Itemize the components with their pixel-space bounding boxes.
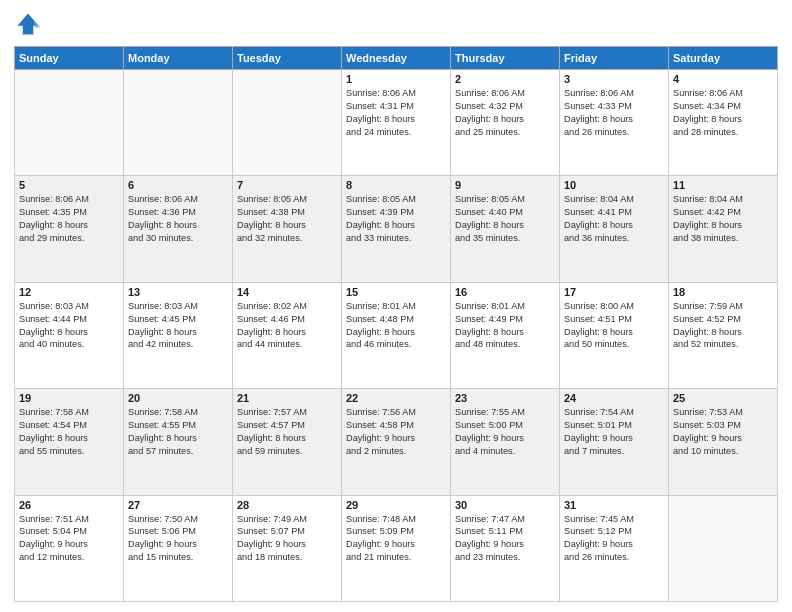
calendar-week-row: 5Sunrise: 8:06 AM Sunset: 4:35 PM Daylig… [15, 176, 778, 282]
day-number: 7 [237, 179, 337, 191]
calendar-cell: 19Sunrise: 7:58 AM Sunset: 4:54 PM Dayli… [15, 389, 124, 495]
calendar-cell: 5Sunrise: 8:06 AM Sunset: 4:35 PM Daylig… [15, 176, 124, 282]
calendar-cell: 18Sunrise: 7:59 AM Sunset: 4:52 PM Dayli… [669, 282, 778, 388]
day-number: 18 [673, 286, 773, 298]
day-info: Sunrise: 8:05 AM Sunset: 4:38 PM Dayligh… [237, 193, 337, 245]
logo-icon [14, 10, 42, 38]
calendar-header-row: SundayMondayTuesdayWednesdayThursdayFrid… [15, 47, 778, 70]
calendar-cell: 27Sunrise: 7:50 AM Sunset: 5:06 PM Dayli… [124, 495, 233, 601]
day-number: 20 [128, 392, 228, 404]
day-info: Sunrise: 8:06 AM Sunset: 4:33 PM Dayligh… [564, 87, 664, 139]
calendar-cell: 16Sunrise: 8:01 AM Sunset: 4:49 PM Dayli… [451, 282, 560, 388]
day-info: Sunrise: 7:48 AM Sunset: 5:09 PM Dayligh… [346, 513, 446, 565]
calendar-cell [124, 70, 233, 176]
day-number: 8 [346, 179, 446, 191]
calendar-cell: 4Sunrise: 8:06 AM Sunset: 4:34 PM Daylig… [669, 70, 778, 176]
day-info: Sunrise: 7:45 AM Sunset: 5:12 PM Dayligh… [564, 513, 664, 565]
day-info: Sunrise: 8:06 AM Sunset: 4:35 PM Dayligh… [19, 193, 119, 245]
day-number: 4 [673, 73, 773, 85]
calendar-cell: 10Sunrise: 8:04 AM Sunset: 4:41 PM Dayli… [560, 176, 669, 282]
day-info: Sunrise: 7:53 AM Sunset: 5:03 PM Dayligh… [673, 406, 773, 458]
day-info: Sunrise: 8:03 AM Sunset: 4:45 PM Dayligh… [128, 300, 228, 352]
day-info: Sunrise: 7:58 AM Sunset: 4:55 PM Dayligh… [128, 406, 228, 458]
calendar-cell: 13Sunrise: 8:03 AM Sunset: 4:45 PM Dayli… [124, 282, 233, 388]
calendar-cell: 29Sunrise: 7:48 AM Sunset: 5:09 PM Dayli… [342, 495, 451, 601]
day-info: Sunrise: 8:04 AM Sunset: 4:42 PM Dayligh… [673, 193, 773, 245]
day-info: Sunrise: 7:47 AM Sunset: 5:11 PM Dayligh… [455, 513, 555, 565]
day-info: Sunrise: 7:55 AM Sunset: 5:00 PM Dayligh… [455, 406, 555, 458]
day-number: 21 [237, 392, 337, 404]
day-number: 2 [455, 73, 555, 85]
weekday-header: Tuesday [233, 47, 342, 70]
day-number: 13 [128, 286, 228, 298]
day-number: 30 [455, 499, 555, 511]
calendar-cell: 2Sunrise: 8:06 AM Sunset: 4:32 PM Daylig… [451, 70, 560, 176]
day-number: 14 [237, 286, 337, 298]
day-info: Sunrise: 7:49 AM Sunset: 5:07 PM Dayligh… [237, 513, 337, 565]
weekday-header: Wednesday [342, 47, 451, 70]
calendar-cell: 25Sunrise: 7:53 AM Sunset: 5:03 PM Dayli… [669, 389, 778, 495]
calendar-cell [15, 70, 124, 176]
page: SundayMondayTuesdayWednesdayThursdayFrid… [0, 0, 792, 612]
day-number: 27 [128, 499, 228, 511]
calendar-cell: 9Sunrise: 8:05 AM Sunset: 4:40 PM Daylig… [451, 176, 560, 282]
day-info: Sunrise: 8:06 AM Sunset: 4:32 PM Dayligh… [455, 87, 555, 139]
day-info: Sunrise: 8:03 AM Sunset: 4:44 PM Dayligh… [19, 300, 119, 352]
calendar-cell: 14Sunrise: 8:02 AM Sunset: 4:46 PM Dayli… [233, 282, 342, 388]
calendar-week-row: 19Sunrise: 7:58 AM Sunset: 4:54 PM Dayli… [15, 389, 778, 495]
day-number: 11 [673, 179, 773, 191]
day-number: 23 [455, 392, 555, 404]
weekday-header: Monday [124, 47, 233, 70]
svg-marker-1 [33, 19, 40, 28]
day-info: Sunrise: 8:02 AM Sunset: 4:46 PM Dayligh… [237, 300, 337, 352]
day-info: Sunrise: 8:05 AM Sunset: 4:39 PM Dayligh… [346, 193, 446, 245]
day-number: 3 [564, 73, 664, 85]
day-info: Sunrise: 8:06 AM Sunset: 4:31 PM Dayligh… [346, 87, 446, 139]
calendar-cell: 8Sunrise: 8:05 AM Sunset: 4:39 PM Daylig… [342, 176, 451, 282]
calendar-cell: 11Sunrise: 8:04 AM Sunset: 4:42 PM Dayli… [669, 176, 778, 282]
day-number: 29 [346, 499, 446, 511]
header [14, 10, 778, 38]
day-number: 26 [19, 499, 119, 511]
day-info: Sunrise: 8:00 AM Sunset: 4:51 PM Dayligh… [564, 300, 664, 352]
day-info: Sunrise: 8:06 AM Sunset: 4:36 PM Dayligh… [128, 193, 228, 245]
calendar-week-row: 12Sunrise: 8:03 AM Sunset: 4:44 PM Dayli… [15, 282, 778, 388]
day-number: 9 [455, 179, 555, 191]
logo [14, 10, 46, 38]
calendar-cell: 17Sunrise: 8:00 AM Sunset: 4:51 PM Dayli… [560, 282, 669, 388]
day-number: 6 [128, 179, 228, 191]
day-number: 17 [564, 286, 664, 298]
day-info: Sunrise: 7:59 AM Sunset: 4:52 PM Dayligh… [673, 300, 773, 352]
calendar-cell: 22Sunrise: 7:56 AM Sunset: 4:58 PM Dayli… [342, 389, 451, 495]
day-number: 31 [564, 499, 664, 511]
day-info: Sunrise: 8:01 AM Sunset: 4:49 PM Dayligh… [455, 300, 555, 352]
day-number: 12 [19, 286, 119, 298]
weekday-header: Sunday [15, 47, 124, 70]
day-info: Sunrise: 7:57 AM Sunset: 4:57 PM Dayligh… [237, 406, 337, 458]
day-info: Sunrise: 7:51 AM Sunset: 5:04 PM Dayligh… [19, 513, 119, 565]
day-info: Sunrise: 7:50 AM Sunset: 5:06 PM Dayligh… [128, 513, 228, 565]
calendar-cell: 30Sunrise: 7:47 AM Sunset: 5:11 PM Dayli… [451, 495, 560, 601]
calendar-cell: 26Sunrise: 7:51 AM Sunset: 5:04 PM Dayli… [15, 495, 124, 601]
calendar-cell: 6Sunrise: 8:06 AM Sunset: 4:36 PM Daylig… [124, 176, 233, 282]
day-number: 24 [564, 392, 664, 404]
day-info: Sunrise: 8:01 AM Sunset: 4:48 PM Dayligh… [346, 300, 446, 352]
day-number: 28 [237, 499, 337, 511]
calendar-table: SundayMondayTuesdayWednesdayThursdayFrid… [14, 46, 778, 602]
day-info: Sunrise: 7:58 AM Sunset: 4:54 PM Dayligh… [19, 406, 119, 458]
day-number: 1 [346, 73, 446, 85]
day-number: 19 [19, 392, 119, 404]
calendar-week-row: 26Sunrise: 7:51 AM Sunset: 5:04 PM Dayli… [15, 495, 778, 601]
day-info: Sunrise: 7:54 AM Sunset: 5:01 PM Dayligh… [564, 406, 664, 458]
day-number: 16 [455, 286, 555, 298]
day-info: Sunrise: 8:04 AM Sunset: 4:41 PM Dayligh… [564, 193, 664, 245]
calendar-cell [233, 70, 342, 176]
calendar-cell: 20Sunrise: 7:58 AM Sunset: 4:55 PM Dayli… [124, 389, 233, 495]
day-number: 15 [346, 286, 446, 298]
calendar-cell: 28Sunrise: 7:49 AM Sunset: 5:07 PM Dayli… [233, 495, 342, 601]
day-number: 5 [19, 179, 119, 191]
calendar-cell: 15Sunrise: 8:01 AM Sunset: 4:48 PM Dayli… [342, 282, 451, 388]
calendar-cell: 24Sunrise: 7:54 AM Sunset: 5:01 PM Dayli… [560, 389, 669, 495]
day-number: 22 [346, 392, 446, 404]
day-info: Sunrise: 7:56 AM Sunset: 4:58 PM Dayligh… [346, 406, 446, 458]
